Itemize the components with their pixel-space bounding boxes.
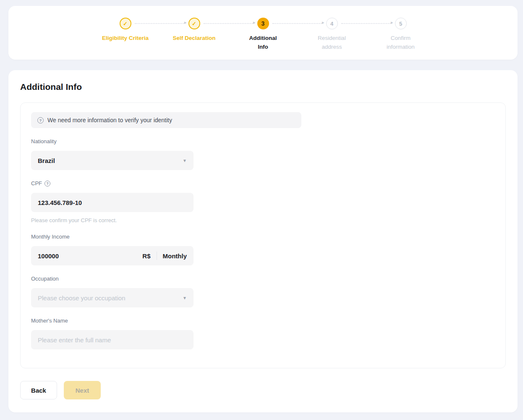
page-title: Additional Info bbox=[20, 82, 506, 92]
suffix-divider bbox=[157, 252, 157, 260]
connector-arrow-icon: ▸ bbox=[253, 20, 256, 25]
step-label: Additional Info bbox=[249, 34, 277, 52]
mothers-name-input-box bbox=[31, 330, 194, 349]
occupation-field-group: Occupation Please choose your occupation… bbox=[31, 276, 194, 307]
connector-arrow-icon: ▸ bbox=[322, 20, 324, 25]
label-text: Occupation bbox=[31, 276, 59, 282]
step-label: Residential address bbox=[318, 34, 346, 52]
nationality-field-group: Nationality Brazil ▼ bbox=[31, 138, 194, 170]
step-number-badge: 5 bbox=[395, 18, 407, 29]
next-button[interactable]: Next bbox=[64, 381, 101, 399]
back-button[interactable]: Back bbox=[20, 381, 57, 399]
mothers-name-label: Mother's Name bbox=[31, 318, 194, 324]
nationality-selected-value: Brazil bbox=[38, 157, 55, 164]
step-number-badge: 4 bbox=[326, 18, 338, 29]
additional-info-card: Additional Info ? We need more informati… bbox=[8, 70, 518, 412]
cpf-field-group: CPF ? Please confirm your CPF is correct… bbox=[31, 180, 194, 223]
kyc-stepper: ✓ Eligibility Criteria ✓ Self Declaratio… bbox=[91, 18, 435, 60]
chevron-down-icon: ▼ bbox=[183, 158, 187, 163]
mothers-name-input[interactable] bbox=[38, 336, 187, 344]
cpf-input[interactable] bbox=[38, 199, 187, 206]
step-connector: ▸ bbox=[204, 23, 254, 24]
step-label: Confirm information bbox=[387, 34, 415, 52]
question-circle-icon: ? bbox=[37, 117, 44, 123]
cpf-label: CPF ? bbox=[31, 180, 194, 186]
cpf-input-box bbox=[31, 193, 194, 212]
label-text: Mother's Name bbox=[31, 318, 68, 324]
nationality-select[interactable]: Brazil ▼ bbox=[31, 151, 194, 170]
currency-suffix: R$ bbox=[142, 252, 150, 260]
step-label: Eligibility Criteria bbox=[102, 34, 149, 43]
connector-arrow-icon: ▸ bbox=[391, 20, 393, 25]
mothers-name-field-group: Mother's Name bbox=[31, 318, 194, 349]
connector-arrow-icon: ▸ bbox=[184, 20, 187, 25]
nationality-label: Nationality bbox=[31, 138, 194, 144]
monthly-income-input-box: R$ Monthly bbox=[31, 246, 194, 265]
button-row: Back Next bbox=[20, 381, 506, 399]
step-number-badge: 3 bbox=[257, 18, 269, 29]
form-panel: ? We need more information to verify you… bbox=[20, 102, 506, 368]
monthly-income-field-group: Monthly Income R$ Monthly bbox=[31, 234, 194, 265]
label-text: Monthly Income bbox=[31, 234, 70, 240]
step-connector: ▸ bbox=[341, 23, 392, 24]
identity-info-banner: ? We need more information to verify you… bbox=[31, 112, 301, 128]
cpf-hint: Please confirm your CPF is correct. bbox=[31, 217, 194, 223]
occupation-label: Occupation bbox=[31, 276, 194, 282]
occupation-select[interactable]: Please choose your occupation ▼ bbox=[31, 288, 194, 307]
step-connector: ▸ bbox=[135, 23, 185, 24]
period-suffix: Monthly bbox=[163, 252, 187, 260]
step-complete-icon: ✓ bbox=[188, 18, 200, 29]
step-connector: ▸ bbox=[272, 23, 323, 24]
label-text: Nationality bbox=[31, 138, 57, 144]
cpf-help-icon[interactable]: ? bbox=[44, 181, 50, 186]
banner-text: We need more information to verify your … bbox=[47, 117, 172, 123]
chevron-down-icon: ▼ bbox=[183, 296, 187, 300]
label-text: CPF bbox=[31, 180, 42, 186]
stepper-card: ✓ Eligibility Criteria ✓ Self Declaratio… bbox=[8, 6, 518, 60]
monthly-income-label: Monthly Income bbox=[31, 234, 194, 240]
monthly-income-input[interactable] bbox=[38, 252, 142, 260]
occupation-placeholder: Please choose your occupation bbox=[38, 294, 125, 302]
step-complete-icon: ✓ bbox=[120, 18, 131, 29]
step-label: Self Declaration bbox=[173, 34, 215, 43]
